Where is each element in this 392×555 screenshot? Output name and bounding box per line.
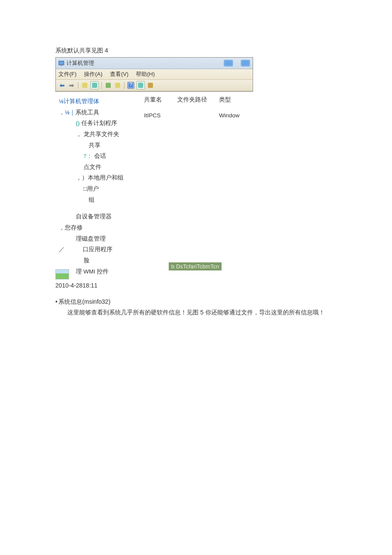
tree-task-scheduler[interactable]: () 任务计划程序: [59, 118, 144, 129]
tree-local-users-groups[interactable]: ，）本地用户和组: [59, 172, 144, 183]
tree-storage[interactable]: ，您存修: [59, 222, 144, 233]
tree-open-files[interactable]: 点文件: [59, 162, 144, 173]
figure-caption: 系统默认共享见图 4: [55, 47, 337, 55]
help-icon[interactable]: ?: [127, 81, 135, 89]
col-folder-path[interactable]: 文件夹路径: [177, 96, 219, 104]
tree-shared-folders[interactable]: ， 龙共享文件夹: [59, 129, 144, 140]
title-decor-1: [224, 60, 233, 67]
tree-disk-management[interactable]: 理磁盘管理: [59, 233, 144, 244]
cell-type: Window: [219, 112, 249, 119]
toolbar-btn-2[interactable]: [90, 81, 99, 90]
window-title: 计算机管理: [66, 59, 94, 67]
list-headers: 共董名 文件夹路径 类型: [144, 96, 333, 104]
cell-folder-path: [177, 112, 219, 119]
menu-view[interactable]: 查看(V): [110, 71, 128, 77]
section-body: 这里能够查看到系统几乎所有的硬软件信息！见图 5 你还能够通过文件，导出这里的所…: [55, 308, 337, 318]
menu-action[interactable]: 操作(A): [84, 71, 102, 77]
toolbar: ⬅ ➡ ?: [56, 80, 253, 91]
toolbar-separator: [78, 82, 78, 89]
tree-groups[interactable]: 组: [59, 195, 144, 206]
tree-services-apps[interactable]: ／口应用程序: [59, 244, 144, 255]
tree-shares[interactable]: 共享: [59, 140, 144, 151]
toolbar-btn-1[interactable]: [81, 81, 89, 89]
timestamp-text: 2010-4-2818:11: [55, 282, 337, 289]
col-share-name[interactable]: 共董名: [144, 96, 177, 104]
toolbar-btn-6[interactable]: [147, 81, 154, 89]
computer-management-window: 计算机管理 文件(F) 操作(A) 查看(V) 帮助(H) ⬅ ➡ ?: [55, 57, 253, 92]
tree-panel: ⅛计算机管理体 ，⅛｜系统工具 () 任务计划程序 ， 龙共享文件夹 共享 7：…: [59, 96, 144, 277]
cell-share-name: ItIPCS: [144, 112, 177, 119]
toolbar-separator: [101, 82, 102, 89]
svg-rect-0: [59, 61, 64, 65]
tree-system-tools[interactable]: ，⅛｜系统工具: [59, 107, 144, 118]
bullet-icon: •: [55, 298, 58, 305]
image-thumbnail-icon: [55, 269, 69, 279]
tree-spacer: [59, 205, 144, 211]
watermark-label: b DsTcfariTcbmTcn: [169, 262, 222, 270]
tree-misc-1[interactable]: 脸: [59, 255, 144, 266]
list-row[interactable]: ItIPCS Window: [144, 112, 333, 119]
menu-help[interactable]: 帮助(H): [136, 71, 155, 77]
tree-sessions[interactable]: 7： 会话: [59, 151, 144, 162]
toolbar-btn-3[interactable]: [104, 81, 112, 89]
tree-wmi-control[interactable]: 理 WMI 控件: [59, 266, 144, 277]
forward-button[interactable]: ➡: [68, 81, 75, 89]
col-type[interactable]: 类型: [219, 96, 249, 104]
menu-file[interactable]: 文件(F): [58, 71, 77, 77]
tree-root[interactable]: ⅛计算机管理体: [59, 96, 144, 107]
title-decor-2: [241, 60, 250, 67]
menubar: 文件(F) 操作(A) 查看(V) 帮助(H): [56, 69, 253, 80]
app-icon: [58, 60, 64, 66]
svg-rect-1: [60, 65, 63, 66]
toolbar-btn-4[interactable]: [114, 81, 121, 89]
toolbar-separator: [124, 82, 124, 89]
tree-device-manager[interactable]: 自设备管理器: [59, 211, 144, 222]
tree-users[interactable]: □用户: [59, 183, 144, 195]
toolbar-btn-5[interactable]: [136, 81, 145, 90]
back-button[interactable]: ⬅: [58, 81, 66, 89]
window-titlebar: 计算机管理: [56, 58, 253, 69]
section-title: 系统信息(msinfo32): [58, 298, 110, 306]
